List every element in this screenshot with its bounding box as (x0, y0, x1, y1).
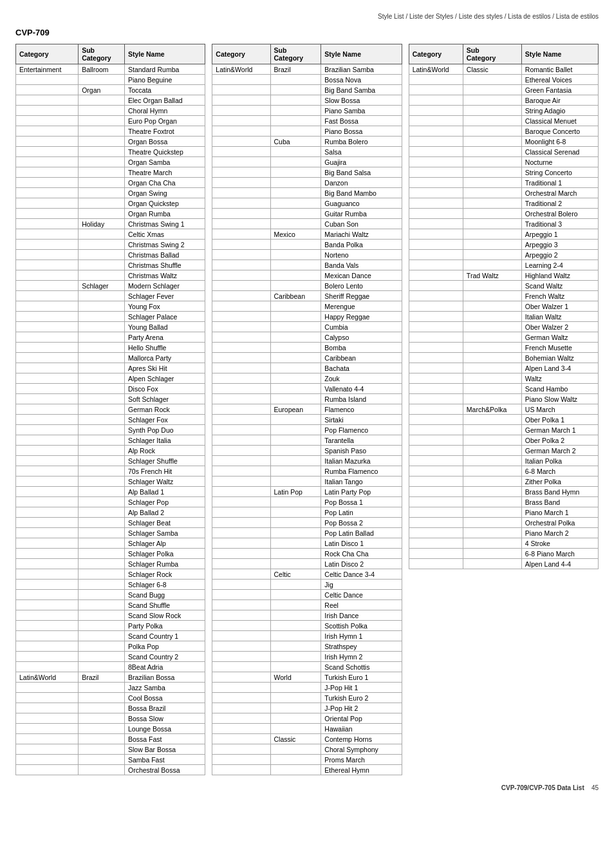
cell-subcategory (79, 260, 125, 270)
cell-category (16, 404, 79, 415)
table-row: Traditional 3 (409, 219, 598, 229)
cell-category (409, 95, 463, 106)
cell-subcategory (463, 240, 521, 250)
th-stylename-3: Style Name (521, 44, 598, 64)
cell-category: Latin&World (409, 64, 463, 75)
cell-subcategory (463, 332, 521, 343)
cell-stylename: Brazilian Samba (321, 64, 402, 75)
table-row: Christmas Swing 2 (16, 240, 205, 250)
cell-category (409, 559, 463, 569)
cell-stylename: Choral Symphony (321, 744, 402, 755)
table-row: Theatre Quickstep (16, 147, 205, 157)
cell-subcategory (270, 559, 321, 569)
cell-category (212, 755, 270, 765)
table-row: Orchestral March (409, 188, 598, 198)
table-row: Rumba Island (212, 394, 402, 404)
cell-category (212, 394, 270, 404)
cell-category (212, 724, 270, 734)
cell-category (409, 549, 463, 559)
cell-subcategory (79, 157, 125, 167)
cell-subcategory (270, 270, 321, 281)
cell-category (16, 281, 79, 291)
cell-stylename: Christmas Waltz (125, 270, 205, 281)
table-row: Schlager 6-8 (16, 580, 205, 590)
cell-category (409, 394, 463, 404)
cell-subcategory (79, 75, 125, 85)
cell-stylename: Pop Latin (321, 507, 402, 518)
cell-stylename: German Rock (125, 404, 205, 415)
cell-subcategory (270, 343, 321, 353)
cell-category (212, 497, 270, 507)
cell-stylename: Latin Disco 1 (321, 538, 402, 549)
cell-subcategory (79, 116, 125, 126)
table-row: Irish Hymn 1 (212, 631, 402, 641)
cell-stylename: Turkish Euro 1 (321, 672, 402, 683)
cell-category (409, 507, 463, 518)
table-row: Trad WaltzHighland Waltz (409, 270, 598, 281)
cell-subcategory (79, 322, 125, 332)
th-stylename-1: Style Name (125, 44, 205, 64)
cell-category (16, 147, 79, 157)
cell-stylename: Organ Cha Cha (125, 178, 205, 188)
cell-subcategory (463, 312, 521, 322)
cell-subcategory: Holiday (79, 219, 125, 229)
table-row: Piano Beguine (16, 75, 205, 85)
cell-subcategory (270, 353, 321, 363)
table-row: Banda Polka (212, 240, 402, 250)
table-col2: Category SubCategory Style Name Latin&Wo… (212, 44, 402, 775)
cell-stylename: Scand Slow Rock (125, 610, 205, 621)
cell-category (16, 569, 79, 580)
cell-category (212, 631, 270, 641)
table-row: Zouk (212, 373, 402, 384)
cell-subcategory (270, 610, 321, 621)
table-row: Theatre March (16, 167, 205, 178)
cell-stylename: Highland Waltz (521, 270, 598, 281)
cell-category (16, 363, 79, 373)
table-row: Bossa Nova (212, 75, 402, 85)
table-row: Piano Samba (212, 106, 402, 116)
table-row: German Rock (16, 404, 205, 415)
cell-stylename: Guitar Rumba (321, 209, 402, 219)
cell-subcategory (270, 240, 321, 250)
table-row: Scand Waltz (409, 281, 598, 291)
cell-subcategory (79, 126, 125, 137)
cell-stylename: Strathspey (321, 641, 402, 652)
table-row: Guajira (212, 157, 402, 167)
cell-stylename: Big Band Samba (321, 85, 402, 95)
table-row: Synth Pop Duo (16, 425, 205, 435)
cell-category (212, 404, 270, 415)
cell-stylename: Bossa Fast (125, 734, 205, 744)
table-row: Scand Slow Rock (16, 610, 205, 621)
cell-subcategory: Classic (270, 734, 321, 744)
table-row: Moonlight 6-8 (409, 137, 598, 147)
cell-stylename: Party Polka (125, 621, 205, 631)
table-row: Big Band Mambo (212, 188, 402, 198)
table-row: Rumba Flamenco (212, 466, 402, 476)
cell-subcategory (463, 260, 521, 270)
cell-category (212, 291, 270, 301)
cell-subcategory (463, 291, 521, 301)
cell-stylename: Schlager Fox (125, 415, 205, 425)
table-row: Organ Samba (16, 157, 205, 167)
cell-subcategory (79, 507, 125, 518)
table-row: Schlager Waltz (16, 476, 205, 487)
table-row: German March 1 (409, 425, 598, 435)
cell-category (16, 425, 79, 435)
cell-subcategory (79, 394, 125, 404)
cell-subcategory (463, 281, 521, 291)
cell-stylename: Schlager Samba (125, 528, 205, 538)
table-row: Schlager Fox (16, 415, 205, 425)
table-row: Bachata (212, 363, 402, 373)
cell-stylename: Baroque Concerto (521, 126, 598, 137)
cell-category (409, 198, 463, 209)
cell-stylename: Sheriff Reggae (321, 291, 402, 301)
cell-stylename: Slow Bossa (321, 95, 402, 106)
table-row: March&PolkaUS March (409, 404, 598, 415)
cell-category (212, 435, 270, 446)
cell-category (212, 106, 270, 116)
cell-subcategory (270, 724, 321, 734)
cell-subcategory (270, 260, 321, 270)
cell-stylename: Zouk (321, 373, 402, 384)
cell-stylename: J-Pop Hit 1 (321, 683, 402, 693)
cell-subcategory (79, 106, 125, 116)
